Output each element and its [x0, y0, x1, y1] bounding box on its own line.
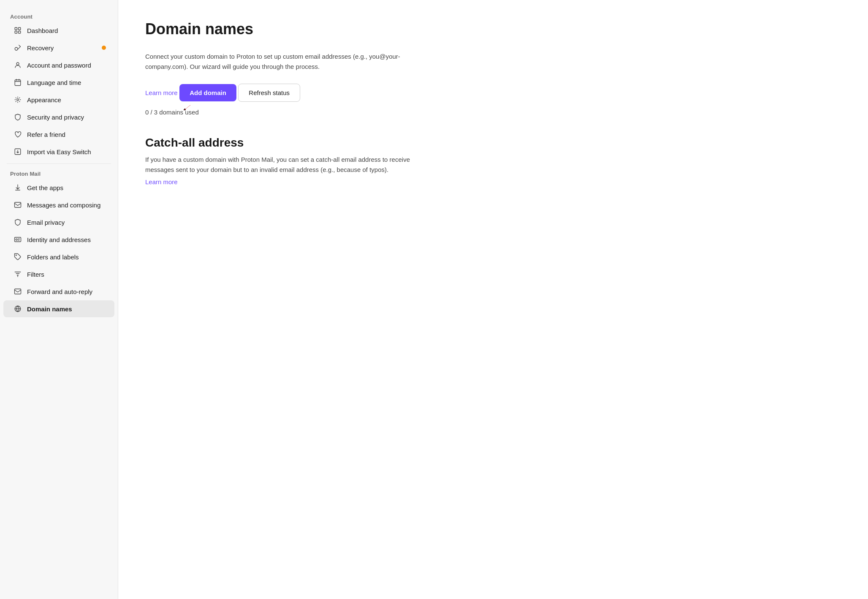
sidebar-item-import-easy-switch[interactable]: Import via Easy Switch: [3, 143, 114, 160]
sidebar-item-folders-labels[interactable]: Folders and labels: [3, 248, 114, 265]
svg-rect-9: [15, 202, 21, 207]
sidebar-item-label: Forward and auto-reply: [27, 288, 92, 295]
sidebar-item-label: Language and time: [27, 79, 81, 86]
sidebar-item-forward-auto-reply[interactable]: Forward and auto-reply: [3, 283, 114, 300]
refresh-status-button[interactable]: Refresh status: [238, 84, 300, 102]
account-section-label: Account: [0, 10, 118, 22]
proton-mail-section-label: Proton Mail: [0, 167, 118, 179]
sidebar-item-label: Messages and composing: [27, 201, 100, 209]
svg-point-7: [17, 99, 19, 101]
main-content: Domain names Connect your custom domain …: [118, 0, 868, 599]
sidebar-item-dashboard[interactable]: Dashboard: [3, 22, 114, 39]
svg-rect-0: [15, 27, 17, 30]
recovery-badge: [102, 46, 106, 50]
sidebar-item-label: Domain names: [27, 305, 72, 313]
svg-rect-13: [15, 289, 21, 294]
domain-names-section: Connect your custom domain to Proton to …: [145, 52, 841, 116]
catch-all-section: Catch-all address If you have a custom d…: [145, 136, 841, 186]
sidebar-item-account-password[interactable]: Account and password: [3, 57, 114, 74]
domains-used-text: 0 / 3 domains used: [145, 109, 841, 116]
sidebar-item-label: Account and password: [27, 62, 91, 69]
svg-rect-3: [19, 31, 21, 33]
sidebar-item-email-privacy[interactable]: Email privacy: [3, 214, 114, 231]
calendar-icon: [14, 78, 22, 87]
shield-icon: [14, 113, 22, 121]
catch-all-title: Catch-all address: [145, 136, 841, 150]
sidebar-item-label: Dashboard: [27, 27, 58, 34]
sidebar-item-label: Filters: [27, 271, 44, 278]
sidebar-item-get-apps[interactable]: Get the apps: [3, 179, 114, 196]
svg-point-12: [16, 255, 17, 256]
svg-point-4: [15, 47, 18, 50]
mail-icon: [14, 201, 22, 209]
sidebar-item-label: Appearance: [27, 96, 61, 103]
sidebar-item-appearance[interactable]: Appearance: [3, 91, 114, 108]
download-box-icon: [14, 147, 22, 156]
appearance-icon: [14, 95, 22, 104]
sidebar-item-recovery[interactable]: Recovery: [3, 39, 114, 56]
domain-names-description: Connect your custom domain to Proton to …: [145, 52, 432, 72]
button-row: Add domain Refresh status: [179, 84, 300, 102]
add-domain-button[interactable]: Add domain: [179, 84, 236, 101]
sidebar-item-messages-composing[interactable]: Messages and composing: [3, 196, 114, 213]
sidebar-item-refer-friend[interactable]: Refer a friend: [3, 126, 114, 143]
sidebar-item-identity-addresses[interactable]: Identity and addresses: [3, 231, 114, 248]
catch-all-learn-more[interactable]: Learn more: [145, 178, 178, 185]
sidebar-item-domain-names[interactable]: Domain names: [3, 300, 114, 317]
domain-names-learn-more[interactable]: Learn more: [145, 89, 178, 96]
sidebar-item-label: Security and privacy: [27, 114, 84, 121]
sidebar-item-label: Identity and addresses: [27, 236, 91, 243]
sidebar-item-label: Get the apps: [27, 184, 63, 191]
svg-point-11: [16, 239, 17, 240]
forward-mail-icon: [14, 287, 22, 296]
svg-rect-6: [15, 80, 21, 86]
id-card-icon: [14, 235, 22, 244]
svg-point-5: [16, 63, 19, 65]
shield-outline-icon: [14, 218, 22, 226]
sidebar-item-label: Refer a friend: [27, 131, 65, 138]
sidebar-item-label: Recovery: [27, 44, 54, 52]
page-title: Domain names: [145, 20, 841, 38]
svg-rect-2: [15, 31, 17, 33]
sidebar-item-language-time[interactable]: Language and time: [3, 74, 114, 91]
sidebar-divider: [7, 163, 111, 164]
download-icon: [14, 183, 22, 192]
sidebar-item-filters[interactable]: Filters: [3, 266, 114, 283]
user-icon: [14, 61, 22, 69]
sidebar-item-security-privacy[interactable]: Security and privacy: [3, 109, 114, 125]
sidebar-item-label: Folders and labels: [27, 253, 79, 261]
key-icon: [14, 44, 22, 52]
heart-icon: [14, 130, 22, 139]
catch-all-description: If you have a custom domain with Proton …: [145, 155, 432, 175]
sidebar-item-label: Email privacy: [27, 219, 65, 226]
sidebar: Account Dashboard Recovery Account and p…: [0, 0, 118, 599]
sidebar-item-label: Import via Easy Switch: [27, 148, 91, 155]
grid-icon: [14, 26, 22, 35]
globe-icon: [14, 305, 22, 313]
filter-icon: [14, 270, 22, 278]
tag-icon: [14, 253, 22, 261]
svg-rect-1: [19, 27, 21, 30]
